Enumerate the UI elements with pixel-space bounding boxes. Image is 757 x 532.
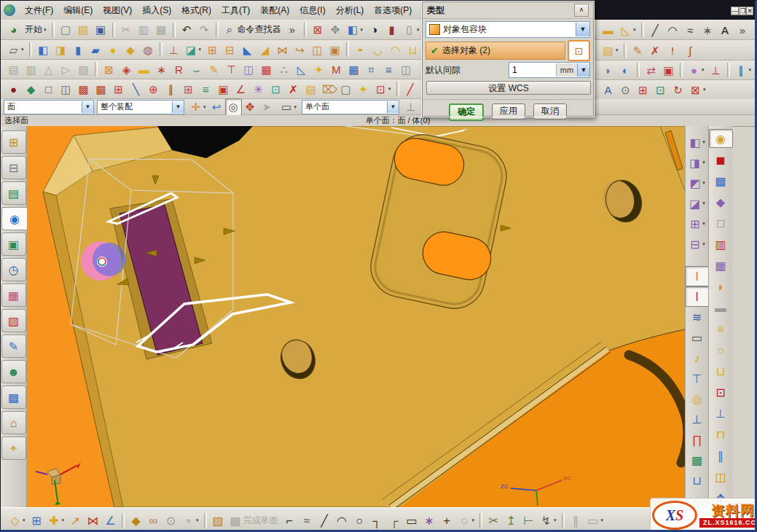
annotation-a-button[interactable]: A	[600, 81, 616, 98]
open-box-button[interactable]: ⊔	[709, 361, 733, 380]
quad-grid-button[interactable]: ⊞	[635, 81, 651, 98]
web-button[interactable]: ✳	[250, 80, 267, 98]
chevron-down-icon[interactable]: ▾	[554, 517, 557, 523]
diagonal-line-button[interactable]: ╲	[128, 80, 144, 98]
emboss-button[interactable]: ◢	[256, 41, 273, 58]
chain-link-button[interactable]: ∞	[145, 510, 162, 531]
chevron-down-icon[interactable]: ▾	[633, 27, 636, 33]
cyan-box-button[interactable]: ⊡	[267, 80, 284, 98]
edit-feature-button[interactable]: ✎	[629, 42, 646, 59]
wrap-button[interactable]: ▩	[75, 80, 92, 98]
reverse-button[interactable]: ↩	[208, 98, 225, 116]
chevron-down-icon[interactable]: ▼	[82, 101, 93, 113]
draft-button[interactable]: ⋈	[274, 41, 291, 58]
pin-square-button[interactable]: ⊡	[652, 81, 669, 98]
visualization-tab[interactable]: ▧	[1, 309, 26, 332]
block-button[interactable]: ▮	[70, 41, 87, 58]
ok-button[interactable]: 确定	[449, 103, 484, 121]
apply-button[interactable]: 应用	[492, 103, 525, 120]
mirror-assembly-button[interactable]: ⋈	[85, 510, 101, 531]
color-sphere-button[interactable]: ●▾	[686, 61, 707, 79]
select-scope-button[interactable]: ◎	[225, 98, 242, 116]
bolt-button[interactable]: ⊤	[685, 368, 709, 388]
studio-spline-button[interactable]: ∗	[699, 21, 716, 39]
chevron-down-icon[interactable]: ▾	[702, 160, 705, 165]
arc-button[interactable]: ◠	[664, 21, 681, 39]
cross-grid-button[interactable]: ⊞	[180, 80, 197, 98]
move-face-button[interactable]: ◧▾	[685, 132, 709, 152]
delete-face-button[interactable]: ⊟▾	[685, 234, 709, 254]
offset-curve-button[interactable]: ◌▾	[456, 510, 477, 531]
radius-measure-button[interactable]: R	[170, 60, 187, 78]
chevron-down-icon[interactable]: ▼	[577, 63, 589, 77]
toolbar-overflow-button[interactable]: »	[284, 21, 301, 39]
sphere-button[interactable]: ●	[105, 41, 122, 58]
bracket-button[interactable]: ▭	[685, 327, 709, 348]
swap-face-button[interactable]: ◐	[617, 61, 634, 79]
snap-perp-button[interactable]: ⊥	[402, 98, 419, 116]
deform-button[interactable]: ⇄	[643, 61, 659, 79]
column-button[interactable]: ⊥	[685, 409, 709, 429]
part-navigator-tab[interactable]: ▤	[1, 181, 26, 205]
dark-sphere-button[interactable]: ●	[5, 80, 22, 98]
studio-surface-button[interactable]: ◗	[600, 61, 616, 79]
chevron-down-icon[interactable]: ▾	[388, 86, 391, 92]
nx-logo[interactable]: ◕	[5, 21, 22, 39]
revolve-button[interactable]: ◨	[52, 41, 69, 58]
collapse-button[interactable]: ∧	[574, 4, 589, 17]
assembly-navigator-tab[interactable]: ⊞	[1, 130, 26, 154]
face-rule-combo[interactable]: 单个面 ▼	[302, 100, 399, 114]
pattern-sheet-button[interactable]: ▦	[709, 256, 733, 275]
columns-button[interactable]: ∥▾	[733, 61, 754, 79]
add-component-button[interactable]: ✚▾	[46, 510, 67, 531]
measure-length-button[interactable]: ▬	[136, 60, 152, 78]
layer-stack-button[interactable]: ▥	[709, 235, 733, 254]
assembly-constraints-button[interactable]: ∠	[102, 510, 119, 531]
dialog-title-bar[interactable]: 类型 ∧	[423, 2, 593, 19]
spline-sketch-button[interactable]: ≈	[299, 510, 315, 531]
target-button[interactable]: ◎	[685, 388, 709, 409]
profile-button[interactable]: ⌐	[281, 510, 298, 531]
line-stack-button[interactable]: ≡	[380, 60, 397, 78]
chevron-down-icon[interactable]: ▾	[203, 104, 206, 110]
menu-item[interactable]: 视图(V)	[98, 3, 137, 17]
grid-cross-button[interactable]: ⊞	[110, 80, 127, 98]
datum-csys-button[interactable]: ◪▾	[183, 41, 204, 58]
chevron-down-icon[interactable]: ▾	[702, 200, 705, 206]
line-button[interactable]: ╱	[647, 21, 664, 39]
folder-grid-button[interactable]: ▤	[302, 80, 319, 98]
type-combo[interactable]: 对象包容块 ▼	[425, 21, 590, 38]
type-filter-combo[interactable]: 面 ▼	[4, 100, 94, 114]
window-frame-button[interactable]: □	[709, 214, 733, 232]
red-block-button[interactable]: ◼	[709, 150, 733, 169]
sheet-operation-button[interactable]: ▤▾	[600, 42, 621, 59]
chevron-down-icon[interactable]: ▾	[44, 27, 47, 33]
move-component-button[interactable]: ↗	[67, 510, 84, 531]
pencil-ruler-button[interactable]: ✎	[205, 60, 222, 78]
quick-trim-button[interactable]: ✂	[485, 510, 502, 531]
chevron-down-icon[interactable]: ▼	[387, 101, 399, 113]
set-wcs-button[interactable]: 设置 WCS	[426, 81, 591, 95]
rotate-view-button[interactable]: ✥	[327, 21, 344, 39]
reuse-library-tab[interactable]: ▣	[1, 232, 26, 256]
trim-body-button[interactable]: ▣	[326, 41, 343, 58]
red-pencil-button[interactable]: ╱	[402, 80, 419, 98]
shading-button[interactable]: ◑	[366, 21, 383, 39]
menu-item[interactable]: 编辑(E)	[58, 3, 98, 17]
select-object-row[interactable]: ✔ 选择对象 (2)	[425, 42, 565, 60]
point-set-button[interactable]: ∗	[153, 60, 170, 78]
text-frame-button[interactable]: ⊤	[223, 60, 240, 78]
extrude-button[interactable]: ◧	[35, 41, 52, 58]
remember-constraints-button[interactable]: ⊙	[162, 510, 179, 531]
barrel-button[interactable]: ◫	[240, 60, 257, 78]
trim-recipe-button[interactable]: ↯▾	[538, 510, 559, 531]
dot-grid-button[interactable]: ⌗	[363, 60, 380, 78]
curve-trim-button[interactable]: ∫	[682, 42, 699, 59]
green-diamond-button[interactable]: ◆	[23, 80, 39, 98]
funnel-button[interactable]: ◫	[709, 467, 733, 486]
subtract-button[interactable]: ◡	[369, 41, 386, 58]
slab-button[interactable]: ▬	[709, 298, 733, 317]
command-finder-button[interactable]: ⌕命令查找器	[221, 21, 283, 39]
rectangle-button[interactable]: ▭	[404, 510, 420, 531]
refresh-button[interactable]: ↻	[670, 81, 686, 98]
